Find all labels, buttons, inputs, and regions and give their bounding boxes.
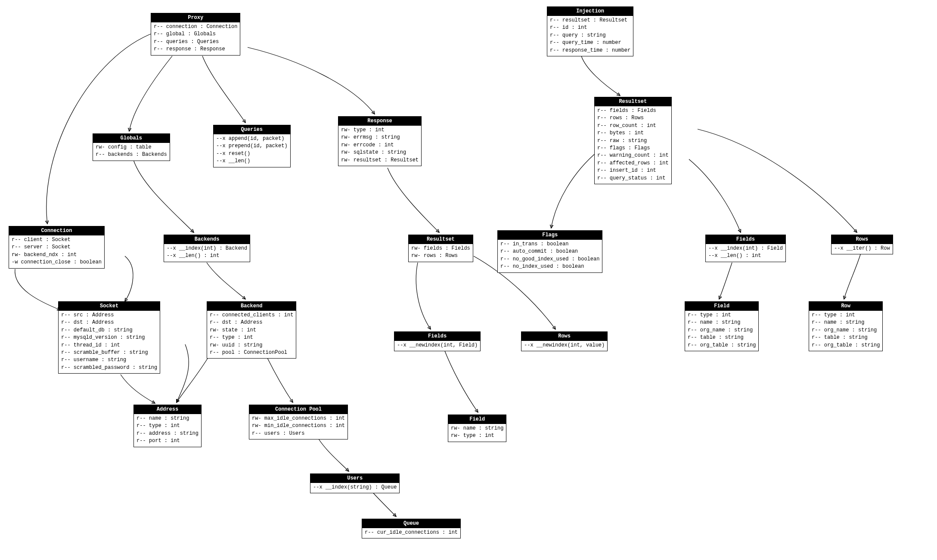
class-attribute: --x __len() : int [167,252,247,260]
class-attribute: r-- rows : Rows [597,114,669,122]
class-body: r-- fields : Fieldsr-- rows : Rowsr-- ro… [595,106,671,184]
class-attribute: r-- port : int [137,437,199,445]
class-box-connection: Connectionr-- client : Socketr-- server … [9,226,105,269]
class-attribute: rw- state : int [210,327,293,334]
class-body: --x __newindex(int, Field) [394,341,480,351]
class-body: --x __index(int) : Field--x __len() : in… [706,244,785,262]
class-box-proxy: Proxyr-- connection : Connectionr-- glob… [151,13,240,56]
class-box-queries: Queries--x append(id, packet)--x prepend… [213,125,291,167]
class-attribute: r-- auto_commit : boolean [500,248,599,255]
class-attribute: rw- errmsg : string [341,134,419,141]
class-box-globals: Globalsrw- config : tabler-- backends : … [93,133,170,161]
class-attribute: r-- dst : Address [61,319,157,326]
class-title: Queue [362,519,460,528]
class-attribute: r-- query_status : int [597,175,669,182]
class-attribute: rw- type : int [451,432,503,439]
class-attribute: r-- raw : string [597,137,669,145]
class-box-fieldsleft: Fields--x __newindex(int, Field) [394,331,481,351]
class-attribute: rw- sqlstate : string [341,149,419,156]
class-attribute: r-- response : Response [154,46,237,53]
class-attribute: rw- fields : Fields [411,245,470,252]
class-attribute: r-- server : Socket [12,244,102,251]
class-attribute: --x __newindex(int, value) [524,342,605,349]
class-title: Row [809,302,882,311]
class-attribute: rw- backend_ndx : int [12,251,102,259]
class-body: r-- in_trans : booleanr-- auto_commit : … [498,240,602,272]
class-title: Field [685,302,758,311]
class-attribute: --x append(id, packet) [216,135,288,142]
class-attribute: r-- query : string [550,32,630,39]
class-body: rw- fields : Fieldsrw- rows : Rows [409,244,473,262]
class-attribute: --x __len() : int [708,252,783,260]
class-body: r-- connected_clients : intr-- dst : Add… [207,311,296,358]
edge-Proxy-Queries [202,56,245,123]
class-attribute: r-- cur_idle_connections : int [365,529,458,536]
class-attribute: r-- response_time : number [550,47,630,54]
class-attribute: --x prepend(id, packet) [216,142,288,150]
edge-Proxy-Response [248,47,375,114]
class-box-response: Responserw- type : intrw- errmsg : strin… [338,116,422,166]
class-attribute: r-- no_good_index_used : boolean [500,256,599,263]
edge-Proxy-Connection [47,32,155,224]
class-attribute: rw- max_idle_connections : int [252,415,345,422]
edge-ResultsetLeft-FieldsLeft [416,263,431,329]
class-body: r-- cur_idle_connections : int [362,528,460,538]
class-attribute: r-- org_name : string [812,327,880,334]
class-attribute: r-- mysqld_version : string [61,334,157,341]
edge-ConnectionPool-Users [319,439,349,471]
class-attribute: r-- name : string [688,319,756,326]
class-box-rowright: Rowr-- type : intr-- name : stringr-- or… [809,301,883,351]
class-attribute: r-- type : int [210,334,293,341]
class-attribute: r-- resultset : Resultset [550,17,630,24]
class-title: Users [310,474,399,483]
edge-FieldsRight-FieldRight [719,263,732,299]
class-title: Field [448,415,506,424]
class-box-socket: Socketr-- src : Addressr-- dst : Address… [58,301,160,374]
edge-FieldsLeft-FieldLeft [444,348,478,412]
class-attribute: r-- id : int [550,24,630,31]
class-title: Response [338,117,421,126]
class-attribute: r-- no_index_used : boolean [500,263,599,270]
class-box-injection: Injectionr-- resultset : Resultsetr-- id… [547,6,633,56]
class-attribute: rw- uuid : string [210,342,293,349]
class-box-flags: Flagsr-- in_trans : booleanr-- auto_comm… [497,230,602,273]
class-attribute: r-- queries : Queries [154,38,237,46]
class-attribute: r-- org_table : string [812,342,880,349]
edge-Connection-Socket2 [125,256,133,301]
class-attribute: r-- bytes : int [597,130,669,137]
class-title: Queries [214,125,290,134]
class-title: Resultset [595,97,671,106]
edge-Response-ResultsetLeft [388,168,439,232]
class-body: r-- client : Socketr-- server : Socketrw… [9,235,104,268]
class-box-backend: Backendr-- connected_clients : intr-- ds… [207,301,296,359]
class-body: --x __index(string) : Queue [310,483,399,493]
class-attribute: r-- query_time : number [550,39,630,46]
class-attribute: r-- type : int [688,312,756,319]
class-attribute: r-- name : string [812,319,880,326]
class-attribute: r-- table : string [812,334,880,341]
class-title: Fields [706,235,785,244]
class-attribute: r-- warning_count : int [597,152,669,159]
class-attribute: r-- insert_id : int [597,167,669,174]
class-title: Globals [93,134,170,143]
class-attribute: --x __len() [216,158,288,165]
class-attribute: r-- org_name : string [688,327,756,334]
class-box-rowsright: Rows--x __iter() : Row [831,235,893,254]
class-attribute: rw- name : string [451,425,503,432]
class-body: r-- src : Addressr-- dst : Addressr-- de… [59,311,160,373]
class-attribute: rw- resultset : Resultset [341,157,419,164]
edge-Backend-ConnectionPool [267,357,293,402]
class-attribute: r-- row_count : int [597,122,669,130]
class-title: Rows [832,235,893,244]
class-box-fieldsright: Fields--x __index(int) : Field--x __len(… [705,235,786,262]
class-attribute: r-- org_table : string [688,342,756,349]
class-attribute: r-- connection : Connection [154,23,237,31]
class-title: Backends [164,235,250,244]
class-title: Socket [59,302,160,311]
class-attribute: r-- client : Socket [12,236,102,244]
class-attribute: r-- scrambled_password : string [61,364,157,371]
edge-ResultsetRight-RowsRight [698,129,857,232]
class-attribute: --x __newindex(int, Field) [397,342,478,349]
class-attribute: rw- type : int [341,127,419,134]
class-body: r-- type : intr-- name : stringr-- org_n… [809,311,882,351]
